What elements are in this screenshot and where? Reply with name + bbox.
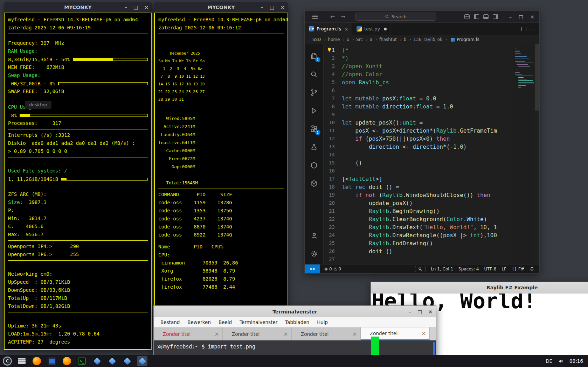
taskbar-app-diamond-3[interactable] xyxy=(122,356,132,366)
toggle-sidebar-icon[interactable] xyxy=(474,14,479,19)
minimize-button[interactable]: – xyxy=(509,14,512,20)
code-editor[interactable]: 1(*2*)3//open Xunit4//open Color5open Ra… xyxy=(324,44,539,264)
modified-dot-icon[interactable] xyxy=(384,28,387,30)
terminal-tab-1[interactable]: Zonder titel× xyxy=(154,327,223,340)
maximize-button[interactable]: □ xyxy=(133,5,138,10)
divider xyxy=(158,189,284,189)
raylib-titlebar[interactable]: Raylib F# Example xyxy=(371,282,588,294)
close-button[interactable]: × xyxy=(530,14,534,20)
menu-terminalvenster[interactable]: Terminalvenster xyxy=(236,318,281,326)
minimize-button[interactable]: – xyxy=(125,5,127,10)
close-button[interactable]: × xyxy=(428,309,433,315)
taskbar-app-diamond-active[interactable] xyxy=(137,356,147,366)
zoom-indicator[interactable] xyxy=(415,266,426,272)
language-mode[interactable]: {} F# xyxy=(512,267,524,271)
breadcrumb-item[interactable]: SSD xyxy=(312,37,321,42)
menu-bewerken[interactable]: Bewerken xyxy=(184,318,214,326)
forward-button[interactable]: → xyxy=(340,13,345,20)
sidebar-item-testing[interactable] xyxy=(305,138,324,156)
swap-bar xyxy=(58,82,148,85)
taskbar-firefox-launcher-2[interactable] xyxy=(62,356,72,366)
breadcrumb-item[interactable]: a xyxy=(364,37,372,42)
close-icon[interactable]: × xyxy=(421,330,426,337)
maximize-button[interactable]: □ xyxy=(417,309,422,315)
vscode-titlebar[interactable]: ← → Search – □ × xyxy=(305,11,539,23)
menu-hulp[interactable]: Hulp xyxy=(314,318,331,326)
tab-program-fs[interactable]: F# Program.fs × xyxy=(305,23,352,35)
code-line: 27 xyxy=(324,255,539,263)
encoding[interactable]: UTF-8 xyxy=(484,267,496,271)
settings-button[interactable] xyxy=(305,245,324,263)
close-icon[interactable]: × xyxy=(352,331,357,337)
indentation[interactable]: Spaces: 4 xyxy=(458,267,479,271)
toggle-panel-icon[interactable] xyxy=(483,14,489,19)
divider xyxy=(158,109,284,109)
minimize-button[interactable]: – xyxy=(409,309,411,315)
more-actions-icon[interactable]: ··· xyxy=(531,26,536,33)
divider xyxy=(8,34,148,34)
remote-indicator[interactable]: >< xyxy=(305,264,320,273)
breadcrumb-item[interactable]: b xyxy=(398,37,406,42)
close-icon[interactable]: × xyxy=(214,331,219,337)
keyboard-layout-indicator[interactable]: DE xyxy=(546,358,552,364)
tab-test-py[interactable]: test.py xyxy=(352,23,390,35)
account-button[interactable] xyxy=(305,226,324,245)
split-editor-icon[interactable] xyxy=(521,27,526,31)
breadcrumb-item[interactable]: x xyxy=(341,37,349,42)
minimap[interactable] xyxy=(513,45,534,264)
taskbar-firefox-launcher[interactable] xyxy=(32,356,42,366)
minimap-line xyxy=(515,48,516,49)
sidebar-item-run-debug[interactable] xyxy=(305,101,324,120)
sidebar-item-source-control[interactable] xyxy=(305,83,324,101)
divider xyxy=(8,240,148,241)
maximize-button[interactable]: □ xyxy=(519,14,523,20)
toggle-secondary-sidebar-icon[interactable] xyxy=(493,14,498,19)
customize-layout-icon[interactable] xyxy=(464,14,470,19)
back-button[interactable]: ← xyxy=(330,13,335,20)
terminal-tab-2[interactable]: Zonder titel× xyxy=(223,327,292,340)
taskbar-app-diamond-2[interactable] xyxy=(107,356,117,366)
maximize-button[interactable]: □ xyxy=(270,5,274,10)
close-icon[interactable]: × xyxy=(283,331,288,337)
taskbar-display-launcher[interactable] xyxy=(47,356,57,366)
sidebar-item-explorer[interactable]: 1 xyxy=(305,47,324,65)
sidebar-item-extensions[interactable]: 1 xyxy=(305,120,324,138)
close-button[interactable]: × xyxy=(144,5,148,10)
cursor-position[interactable]: Ln 1, Col 1 xyxy=(431,267,453,271)
conky1-titlebar[interactable]: MYCONKY – □ × xyxy=(4,2,152,13)
menu-tabbladen[interactable]: Tabbladen xyxy=(282,318,312,326)
minimap-line xyxy=(515,61,525,62)
menu-bestand[interactable]: Bestand xyxy=(157,318,183,326)
clock[interactable]: 09:16 xyxy=(569,358,583,364)
sidebar-item-search[interactable] xyxy=(305,65,324,83)
sidebar-item-extension-hexagon[interactable] xyxy=(305,156,324,174)
breadcrumb-item[interactable]: fhashtut xyxy=(373,37,397,42)
breadcrumb-item[interactable]: 136_raylib_ok xyxy=(407,37,442,42)
speaker-icon[interactable] xyxy=(558,358,564,364)
minimize-button[interactable]: – xyxy=(261,5,263,10)
notifications-bell-icon[interactable] xyxy=(530,267,534,271)
breadcrumb-item-file[interactable]: Program.fs xyxy=(443,37,479,42)
taskbar-files-launcher[interactable] xyxy=(16,356,27,366)
breadcrumb-item[interactable]: home xyxy=(322,37,340,42)
diamond-app-icon xyxy=(123,357,131,365)
close-button[interactable]: × xyxy=(281,5,285,10)
terminal-titlebar[interactable]: Terminalvenster – □ × xyxy=(154,306,436,317)
lightbulb-icon[interactable] xyxy=(327,47,332,52)
menu-icon[interactable] xyxy=(312,15,318,19)
sidebar-item-remote-explorer[interactable] xyxy=(305,174,324,192)
editor-scrollbar[interactable] xyxy=(535,44,539,111)
search-input[interactable]: Search xyxy=(355,13,436,21)
menu-beeld[interactable]: Beeld xyxy=(215,318,235,326)
text-line: Max: 9536.7 xyxy=(8,231,148,239)
cinnamon-menu-button[interactable]: C xyxy=(3,357,12,366)
breadcrumb[interactable]: SSD home x Src a fhashtut b 136_raylib_o… xyxy=(305,35,539,44)
taskbar-app-diamond-1[interactable] xyxy=(92,356,102,366)
terminal-tab-3[interactable]: Zonder titel× xyxy=(292,327,361,340)
conky2-titlebar[interactable]: MYCONKY – □ × xyxy=(154,2,288,13)
eol-type[interactable]: LF xyxy=(501,267,506,271)
taskbar-terminal-launcher[interactable]: >_ xyxy=(77,356,87,366)
close-icon[interactable]: × xyxy=(344,26,348,32)
breadcrumb-item[interactable]: Src xyxy=(350,37,363,42)
problems-indicator[interactable]: ⊗0 ⚠0 xyxy=(324,267,341,271)
